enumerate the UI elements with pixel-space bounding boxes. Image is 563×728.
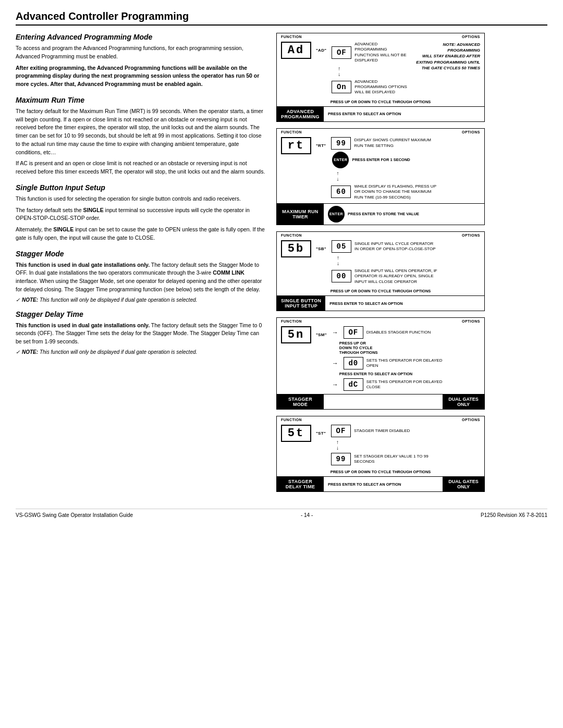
diag-5-opt-1-text: STAGGER TIMER DISABLED xyxy=(354,428,410,434)
diagram-2-inner: rt "RT" 99 DISPLAY SHOWS CURRENT MAXIMUM… xyxy=(277,134,484,203)
diag-3-arrows: ↑ ↓ xyxy=(336,255,340,266)
page-title: Advanced Controller Programming xyxy=(16,10,547,26)
diag-1-options: OF ADVANCED PROGRAMMING FUNCTIONS WILL N… xyxy=(332,42,407,95)
section-heading-mrt: Maximum Run Time xyxy=(16,96,266,104)
diag-2-left: rt "RT" xyxy=(281,137,326,154)
section-heading-sbi: Single Button Input Setup xyxy=(16,183,266,192)
func-label-2: FUNCTION xyxy=(281,130,302,134)
diag-5-func-display: 5t xyxy=(281,425,311,442)
note-stagger: ✓ NOTE: This function will only be displ… xyxy=(16,297,266,303)
diag-3-press-instr: PRESS UP OR DOWN TO CYCLE THROUGH OPTION… xyxy=(277,288,484,295)
diag-2-opt-1: 99 DISPLAY SHOWS CURRENT MAXIMUM RUN TIM… xyxy=(331,137,480,150)
diag-5-footer-right: DUAL GATESONLY xyxy=(443,477,484,491)
diag-3-func-row: 5b "SB" xyxy=(281,240,326,257)
section-body-sbi-3: Alternately, the SINGLE input can be set… xyxy=(16,226,266,242)
diag-3-opt-1-display: 05 xyxy=(332,240,351,253)
diag-4-enter-instr: PRESS ENTER TO SELECT AN OPTION xyxy=(332,372,480,376)
diag-2-footer: MAXIMUM RUNTIMER ENTER PRESS ENTER TO ST… xyxy=(277,203,484,225)
diag-3-left: 5b "SB" xyxy=(281,240,326,257)
diag-2-opt-1-text: DISPLAY SHOWS CURRENT MAXIMUM RUN TIME S… xyxy=(354,138,437,149)
diagram-stagger: FUNCTION OPTIONS 5n "SM" → OF xyxy=(276,317,485,410)
func-label-1: FUNCTION xyxy=(281,35,302,39)
diag-2-arrows: ↑ ↓ xyxy=(335,170,340,182)
diag-5-opt-2: 99 SET STAGGER DELAY VALUE 1 TO 99 SECON… xyxy=(331,453,480,465)
diag-1-opt-2-text: ADVANCED PROGRAMMING OPTIONS WILL BE DIS… xyxy=(354,79,407,95)
diag-1-opt-2: On ADVANCED PROGRAMMING OPTIONS WILL BE … xyxy=(332,79,407,95)
diag-4-opt-3-display: dC xyxy=(344,378,363,391)
section-body-sbi-2: The factory default sets the SINGLE inpu… xyxy=(16,206,266,223)
diag-5-opt-1-display: OF xyxy=(331,425,351,437)
left-column: Entering Advanced Programming Mode To ac… xyxy=(16,33,266,498)
opts-label-2: OPTIONS xyxy=(462,130,480,134)
diag-3-footer-left: SINGLE BUTTONINPUT SETUP xyxy=(277,296,325,311)
diag-5-footer: STAGGERDELAY TIME PRESS ENTER TO SELECT … xyxy=(277,476,484,491)
diag-4-func-code: "SM" xyxy=(316,332,327,337)
diag-3-footer-right: PRESS ENTER TO SELECT AN OPTION xyxy=(325,296,484,311)
diag-4-press-instr: PRESS UP ORDOWN TO CYCLETHROUGH OPTIONS xyxy=(332,341,480,355)
section-body-mrt-2: If AC is present and an open or close li… xyxy=(16,159,266,176)
diag-4-footer-right: DUAL GATESONLY xyxy=(443,394,484,409)
opts-label-4: OPTIONS xyxy=(462,319,480,323)
diag-5-func-row: 5t "ST" xyxy=(281,425,326,442)
diag-2-options: 99 DISPLAY SHOWS CURRENT MAXIMUM RUN TIM… xyxy=(331,137,480,200)
diag-1-opt-1-display: OF xyxy=(332,46,351,59)
section-body-sbi-1: This function is used for selecting the … xyxy=(16,195,266,203)
diag-1-opt-1: OF ADVANCED PROGRAMMING FUNCTIONS WILL N… xyxy=(332,42,407,64)
diag-5-arrows: ↑ ↓ xyxy=(335,439,340,451)
diagram-advanced-programming: FUNCTION OPTIONS Ad "AD" OF ADVAN xyxy=(276,33,485,122)
diag-4-footer: STAGGERMODE DUAL GATESONLY xyxy=(277,394,484,409)
diag-2-vert-arrows: ↑ ↓ xyxy=(331,170,480,182)
diag-2-footer-right: ENTER PRESS ENTER TO STORE THE VALUE xyxy=(324,204,484,225)
diag-5-press-instr: PRESS UP OR DOWN TO CYCLE THROUGH OPTION… xyxy=(277,468,484,476)
opts-label-3: OPTIONS xyxy=(462,233,480,237)
diagram-5-header: FUNCTION OPTIONS xyxy=(277,416,484,422)
diag-4-func-display: 5n xyxy=(281,326,311,343)
diag-3-opt-1: 05 SINGLE INPUT WILL CYCLE OPERATOR IN O… xyxy=(332,240,480,253)
diagram-3-header: FUNCTION OPTIONS xyxy=(277,232,484,237)
diag-2-enter-text: PRESS ENTER FOR 1 SECOND xyxy=(352,157,410,162)
opts-label-5: OPTIONS xyxy=(462,418,480,422)
page-footer: VS-GSWG Swing Gate Operator Installation… xyxy=(16,509,547,518)
func-label-3: FUNCTION xyxy=(281,233,302,237)
diag-3-func-code: "SB" xyxy=(316,246,326,251)
diag-3-vert-arrows: ↑ ↓ xyxy=(332,255,480,266)
diag-2-footer-enter[interactable]: ENTER xyxy=(328,206,345,223)
diag-1-func-display: Ad xyxy=(281,42,311,59)
diag-2-enter-btn[interactable]: ENTER xyxy=(332,152,349,168)
diag-1-footer-right: PRESS ENTER TO SELECT AN OPTION xyxy=(324,107,484,121)
diag-5-vert-arrows: ↑ ↓ xyxy=(331,439,480,451)
diag-3-options: 05 SINGLE INPUT WILL CYCLE OPERATOR IN O… xyxy=(332,240,480,285)
diag-2-func-code: "RT" xyxy=(316,143,326,148)
diag-2-enter-row: ENTER PRESS ENTER FOR 1 SECOND xyxy=(331,152,480,168)
diag-1-func-code: "AD" xyxy=(316,48,326,53)
diag-4-opt-2: → d0 SETS THIS OPERATOR FOR DELAYED OPEN xyxy=(332,357,480,369)
section-heading-sdt: Stagger Delay Time xyxy=(16,310,266,318)
diag-3-opt-2-text: SINGLE INPUT WILL OPEN OPERATOR, IF OPER… xyxy=(354,268,438,285)
diag-2-func-display: rt xyxy=(281,137,311,154)
diag-5-left: 5t "ST" xyxy=(281,425,326,442)
diag-5-footer-left: STAGGERDELAY TIME xyxy=(277,477,324,491)
diagram-4-header: FUNCTION OPTIONS xyxy=(277,318,484,323)
diagram-sdt: FUNCTION OPTIONS 5t "ST" OF STAGG xyxy=(276,416,485,492)
diag-4-options: → OF DISABLES STAGGER FUNCTION PRESS UP … xyxy=(332,326,480,391)
diag-1-arrow-down: ↑ ↓ xyxy=(332,66,407,77)
section-body-sdt-1: This function is used in dual gate insta… xyxy=(16,322,266,346)
diag-1-opt-1-text: ADVANCED PROGRAMMING FUNCTIONS WILL NOT … xyxy=(354,42,407,64)
diagram-1-header: FUNCTION OPTIONS xyxy=(277,33,484,39)
func-label-5: FUNCTION xyxy=(281,418,302,422)
note-sdt: ✓ NOTE: This function will only be displ… xyxy=(16,349,266,355)
diag-4-opt-1-text: DISABLES STAGGER FUNCTION xyxy=(366,330,431,335)
diag-1-footer: ADVANCEDPROGRAMMING PRESS ENTER TO SELEC… xyxy=(277,106,484,121)
diag-1-footer-left: ADVANCEDPROGRAMMING xyxy=(277,107,324,121)
footer-center: - 14 - xyxy=(301,512,313,518)
diag-4-opt-3: → dC SETS THIS OPERATOR FOR DELAYED CLOS… xyxy=(332,378,480,391)
diagram-mrt: FUNCTION OPTIONS rt "RT" 99 DISPL xyxy=(276,128,485,225)
right-column: FUNCTION OPTIONS Ad "AD" OF ADVAN xyxy=(276,33,485,498)
diag-1-vert-arrows: ↑ ↓ xyxy=(337,66,341,77)
opts-label-1: OPTIONS xyxy=(462,35,480,39)
diag-4-func-row: 5n "SM" xyxy=(281,326,327,343)
diag-5-footer-mid: PRESS ENTER TO SELECT AN OPTION xyxy=(324,477,443,491)
diag-3-func-display: 5b xyxy=(281,240,311,257)
diag-1-press-instr: PRESS UP OR DOWN TO CYCLE THROUGH OPTION… xyxy=(277,98,484,106)
func-label-4: FUNCTION xyxy=(281,319,302,323)
